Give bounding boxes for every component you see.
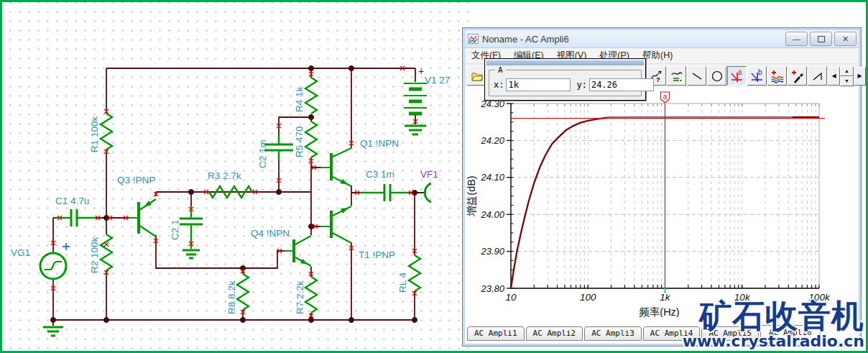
maximize-button[interactable]: [810, 32, 832, 46]
panel-grab-strip[interactable]: [486, 60, 644, 65]
watermark-line1: 矿石收音机: [683, 300, 864, 332]
source-vg1-waveform: [45, 262, 62, 270]
resistor-r3: [209, 186, 252, 198]
resistor-r1: [101, 114, 112, 150]
resistor-r8: [237, 274, 249, 310]
x-axis-title: 频率(Hz): [639, 306, 679, 317]
curve-equals-icon: [670, 70, 683, 83]
label-rl: RL 4: [397, 272, 408, 293]
resistor-r2: [101, 234, 112, 270]
cursor-y-input[interactable]: [589, 78, 654, 91]
battery-v1-thin-plates: [404, 83, 427, 108]
resistor-r5: [305, 122, 317, 157]
y-label: y:: [576, 80, 586, 90]
cursor-flag-label: a: [663, 93, 668, 101]
vg1-plus-icon: [63, 243, 70, 250]
x-tick-label: 1k: [660, 292, 671, 303]
add-curves-icon: [770, 69, 785, 83]
cursor-group-label: A: [495, 65, 506, 75]
label-c2b: C2 1m: [257, 139, 268, 168]
transistor-q3-leads: [129, 199, 156, 237]
x-label: x:: [494, 80, 504, 90]
label-r7: R7 2.2k: [295, 280, 305, 314]
window-title: Noname - AC Ampli6: [482, 34, 569, 45]
y-tick-label: 23.90: [480, 246, 504, 257]
watermark: 矿石收音机 www.crystalradio.cn: [683, 300, 864, 349]
capacitor-c3-plates: [384, 184, 390, 201]
capacitor-c2b-plates: [264, 145, 293, 150]
gain-frequency-plot[interactable]: 23.8023.9024.0024.1024.2024.30101001k10k…: [465, 87, 859, 317]
prev-page-button[interactable]: ◀: [828, 67, 840, 86]
schematic-editor[interactable]: VG1 C1 4.7u R1 100k R2 100k Q3 !PNP C2 1…: [2, 2, 476, 353]
vf1-terminal: [425, 183, 431, 202]
cursor-x-input[interactable]: [506, 78, 571, 91]
y-axis-title: 增益(dB): [466, 175, 477, 216]
add-curves-button[interactable]: [767, 66, 787, 86]
capacitor-c2a-plates: [180, 219, 203, 224]
spin-up-button[interactable]: ▲: [840, 66, 854, 76]
next-page-button[interactable]: ▶: [854, 67, 866, 86]
resistor-r4: [305, 78, 317, 114]
cursor-a-button[interactable]: a: [727, 66, 747, 86]
t1-emitter-arrow: [341, 208, 348, 214]
label-c1: C1 4.7u: [55, 196, 89, 206]
eyedropper-icon: [790, 69, 805, 83]
label-r8: R8 8.2k: [226, 280, 237, 314]
capacitor-c1-plates: [71, 209, 77, 226]
q4-emitter-arrow: [300, 259, 308, 265]
angle-icon: [811, 70, 824, 83]
label-r5: R5 470: [294, 126, 305, 157]
circle-tool-button[interactable]: [707, 66, 726, 86]
x-tick-label: 10: [505, 292, 517, 303]
transistor-q4-leads: [284, 236, 311, 266]
label-vf1: VF1: [420, 169, 438, 180]
y-tick-label: 24.00: [480, 209, 504, 220]
close-button[interactable]: ✕: [834, 32, 857, 46]
label-r1: R1 100k: [89, 116, 100, 152]
open-file-button[interactable]: [467, 66, 486, 86]
line-tool-button[interactable]: [687, 66, 706, 86]
x-tick-label: 100: [580, 292, 596, 303]
curve-values-button[interactable]: [667, 66, 686, 86]
tab-ac-ampli1[interactable]: AC Ampli1: [467, 326, 525, 341]
tab-ac-ampli2[interactable]: AC Ampli2: [526, 326, 583, 341]
battery-v1-thick-plates: [409, 89, 422, 114]
resistor-rl: [409, 255, 420, 291]
slope-tool-button[interactable]: [808, 66, 827, 86]
cursor-a-icon: a: [730, 69, 744, 83]
svg-text:b: b: [758, 69, 762, 76]
y-tick-label: 24.20: [480, 135, 504, 146]
ground-vg1: [43, 327, 63, 336]
cursor-b-button[interactable]: b: [747, 66, 767, 86]
label-t1: T1 !PNP: [359, 249, 395, 260]
app-canvas: VG1 C1 4.7u R1 100k R2 100k Q3 !PNP C2 1…: [0, 0, 868, 353]
watermark-line2: www.crystalradio.cn: [683, 334, 864, 349]
transistor-t1-leads: [320, 206, 351, 243]
label-c3: C3 1m: [366, 169, 394, 180]
label-vg1: VG1: [11, 247, 30, 258]
label-r3: R3 2.7k: [208, 170, 241, 181]
tab-ac-ampli3[interactable]: AC Ampli3: [584, 326, 642, 341]
cursor-b-icon: b: [750, 69, 765, 83]
open-folder-icon: [471, 70, 484, 83]
transistor-q1-leads: [320, 148, 351, 186]
q3-emitter-arrow: [144, 201, 152, 207]
q1-emitter-arrow: [340, 179, 348, 185]
line-icon: [691, 70, 703, 83]
probe-button[interactable]: [788, 66, 807, 86]
cursor-coordinates-panel[interactable]: A x: y:: [484, 58, 646, 101]
app-icon: [468, 34, 479, 44]
label-q1: Q1 !NPN: [360, 138, 399, 149]
circle-icon: [711, 70, 724, 83]
ground-v1: [405, 126, 426, 134]
minimize-button[interactable]: —: [785, 32, 808, 46]
y-tick-label: 24.10: [480, 172, 504, 183]
label-c2a: C2 1: [170, 219, 180, 240]
svg-text:?: ?: [656, 76, 660, 83]
spin-down-button[interactable]: ▼: [840, 76, 854, 86]
y-tick-label: 23.80: [480, 283, 504, 294]
title-bar[interactable]: Noname - AC Ampli6 — ✕: [465, 30, 859, 48]
label-v1: V1 27: [425, 75, 450, 86]
label-r2: R2 100k: [89, 237, 100, 273]
page-nav-group: ◀ ▲ ▼ ▶: [828, 66, 866, 86]
